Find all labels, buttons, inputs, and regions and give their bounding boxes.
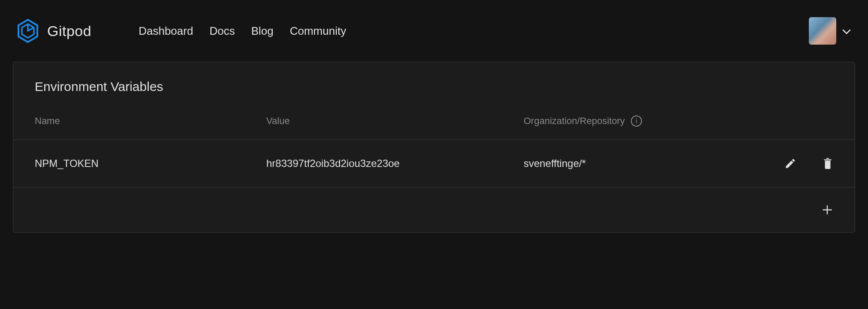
table-header: Name Value Organization/Repository i — [13, 115, 855, 140]
info-icon[interactable]: i — [631, 115, 642, 127]
avatar[interactable] — [809, 17, 836, 45]
pencil-icon — [784, 158, 796, 170]
gitpod-logo-icon — [17, 19, 39, 43]
panel-title: Environment Variables — [13, 62, 855, 115]
main-content: Environment Variables Name Value Organiz… — [0, 62, 868, 233]
main-nav: Dashboard Docs Blog Community — [139, 24, 346, 38]
plus-icon — [821, 204, 833, 216]
row-actions — [784, 157, 833, 170]
add-button[interactable] — [821, 204, 833, 216]
nav-docs[interactable]: Docs — [209, 24, 235, 38]
env-vars-panel: Environment Variables Name Value Organiz… — [13, 62, 855, 233]
table-row: NPM_TOKEN hr83397tf2oib3d2iou3ze23oe sve… — [13, 140, 855, 188]
nav-blog[interactable]: Blog — [251, 24, 274, 38]
brand-name: Gitpod — [47, 23, 91, 39]
nav-dashboard[interactable]: Dashboard — [139, 24, 193, 38]
env-var-value: hr83397tf2oib3d2iou3ze23oe — [266, 158, 524, 170]
add-row — [13, 188, 855, 232]
header-right — [809, 17, 851, 45]
header: Gitpod Dashboard Docs Blog Community — [0, 0, 868, 62]
env-var-org: svenefftinge/* — [524, 158, 717, 170]
column-header-value: Value — [266, 115, 524, 127]
delete-button[interactable] — [822, 157, 833, 170]
column-header-org: Organization/Repository — [524, 115, 625, 127]
user-menu-toggle[interactable] — [842, 28, 851, 33]
env-var-name: NPM_TOKEN — [35, 158, 266, 170]
column-header-org-group: Organization/Repository i — [524, 115, 717, 127]
nav-community[interactable]: Community — [290, 24, 346, 38]
logo-group[interactable]: Gitpod — [17, 19, 91, 43]
column-header-name: Name — [35, 115, 266, 127]
trash-icon — [822, 157, 833, 170]
edit-button[interactable] — [784, 158, 796, 170]
